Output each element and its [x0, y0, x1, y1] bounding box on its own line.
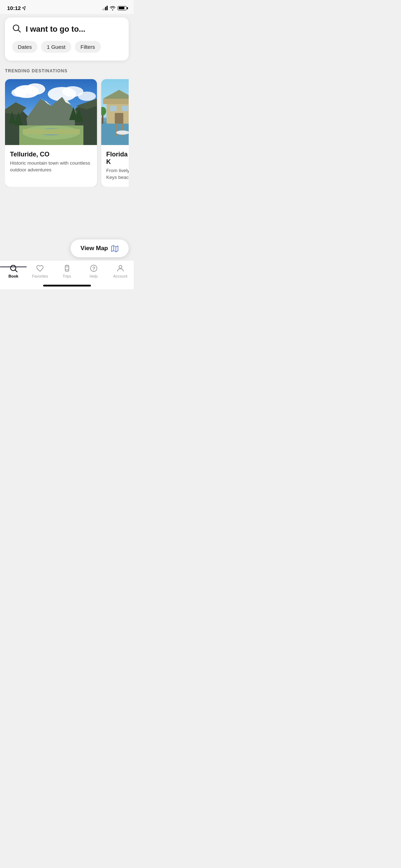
florida-desc: From lively Keys beach [106, 167, 129, 181]
search-placeholder[interactable]: I want to go to... [26, 25, 85, 34]
status-icons [102, 6, 127, 10]
help-icon [89, 264, 98, 273]
tab-active-indicator [0, 267, 27, 268]
tab-trips[interactable]: Trips [53, 264, 80, 278]
trending-section: TRENDING DESTINATIONS [0, 61, 134, 187]
svg-rect-44 [65, 265, 69, 271]
tab-account-label: Account [113, 274, 128, 278]
view-map-wrap: View Map [71, 239, 129, 257]
filters-pill[interactable]: Filters [75, 41, 101, 53]
tab-trips-label: Trips [62, 274, 71, 278]
destinations-row: Telluride, CO Historic mountain town wit… [5, 79, 129, 187]
trending-label: TRENDING DESTINATIONS [5, 68, 129, 73]
view-map-button[interactable]: View Map [71, 239, 129, 257]
destination-card-telluride[interactable]: Telluride, CO Historic mountain town wit… [5, 79, 97, 187]
wifi-icon [110, 6, 115, 10]
telluride-desc: Historic mountain town with countless ou… [10, 160, 92, 174]
svg-point-50 [93, 270, 94, 271]
status-time: 10:12 [7, 5, 26, 11]
dates-pill[interactable]: Dates [12, 41, 37, 53]
svg-rect-23 [23, 129, 80, 134]
favorites-icon [36, 264, 45, 273]
search-icon [12, 24, 21, 35]
svg-point-42 [10, 265, 16, 271]
account-icon [116, 264, 125, 273]
home-indicator [43, 285, 91, 286]
trips-icon [63, 264, 71, 273]
svg-rect-31 [122, 106, 128, 111]
map-icon [111, 244, 119, 252]
florida-name: Florida K [106, 151, 129, 166]
search-row[interactable]: I want to go to... [12, 24, 122, 35]
svg-point-4 [25, 83, 45, 95]
svg-point-5 [11, 88, 27, 97]
book-icon [9, 264, 18, 273]
svg-point-8 [78, 92, 96, 101]
telluride-image [5, 79, 97, 145]
tab-help[interactable]: Help [80, 264, 107, 278]
tab-favorites[interactable]: Favorites [27, 264, 53, 278]
telluride-name: Telluride, CO [10, 151, 92, 158]
battery-icon [118, 6, 127, 10]
destination-card-florida[interactable]: Florida K From lively Keys beach [101, 79, 129, 187]
florida-image [101, 79, 129, 145]
svg-rect-37 [115, 124, 117, 136]
svg-rect-28 [103, 99, 129, 104]
status-bar: 10:12 [0, 0, 134, 14]
svg-rect-30 [110, 106, 117, 111]
svg-line-1 [18, 30, 20, 32]
signal-bars [102, 6, 108, 10]
svg-rect-32 [115, 113, 123, 124]
svg-point-51 [119, 265, 122, 268]
tab-book-label: Book [9, 274, 19, 278]
svg-line-43 [15, 270, 17, 272]
view-map-label: View Map [81, 245, 108, 252]
tab-favorites-label: Favorites [32, 274, 48, 278]
guests-pill[interactable]: 1 Guest [41, 41, 71, 53]
florida-info: Florida K From lively Keys beach [101, 146, 129, 187]
filter-pills: Dates 1 Guest Filters [12, 41, 122, 53]
search-card: I want to go to... Dates 1 Guest Filters [5, 17, 129, 61]
location-icon [22, 6, 26, 10]
tab-help-label: Help [89, 274, 98, 278]
telluride-info: Telluride, CO Historic mountain town wit… [5, 146, 97, 179]
tab-account[interactable]: Account [107, 264, 134, 278]
svg-point-39 [116, 130, 129, 135]
